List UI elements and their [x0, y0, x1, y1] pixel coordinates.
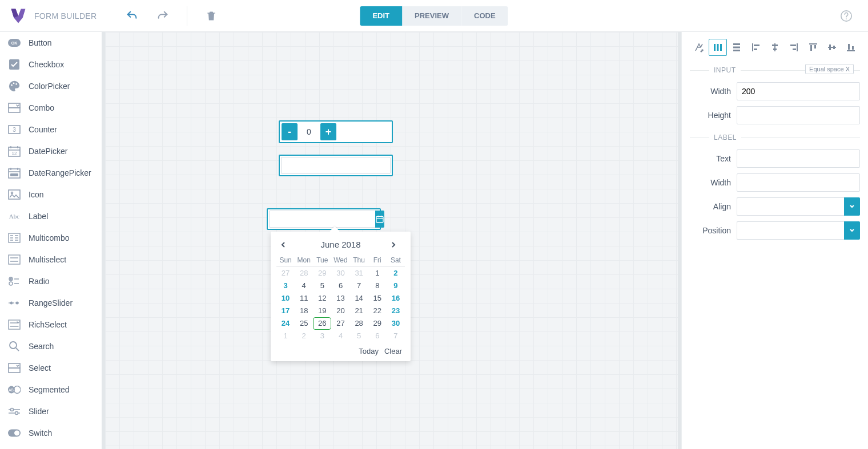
align-left-button[interactable]: [747, 39, 765, 56]
calendar-next-button[interactable]: [390, 241, 401, 248]
position-select[interactable]: [737, 221, 844, 240]
calendar-day[interactable]: 31: [350, 267, 368, 280]
align-dropdown-button[interactable]: [844, 197, 860, 216]
sidebar-item-label[interactable]: AbcLabel: [0, 205, 102, 227]
calendar-day[interactable]: 29: [368, 317, 387, 330]
calendar-day[interactable]: 13: [331, 292, 349, 305]
tab-code[interactable]: CODE: [461, 6, 508, 26]
calendar-day[interactable]: 29: [313, 267, 331, 280]
sidebar-item-rangeslider[interactable]: RangeSlider: [0, 292, 102, 314]
calendar-day[interactable]: 5: [350, 330, 368, 342]
calendar-day[interactable]: 17: [276, 305, 295, 317]
calendar-day[interactable]: 8: [368, 280, 387, 292]
undo-button[interactable]: [122, 6, 142, 26]
widget-datepicker[interactable]: [267, 208, 381, 230]
align-top-button[interactable]: [804, 39, 822, 56]
calendar-day[interactable]: 7: [350, 280, 368, 292]
align-center-h-button[interactable]: [766, 39, 783, 56]
date-input[interactable]: [269, 211, 375, 228]
calendar-clear-button[interactable]: Clear: [384, 347, 402, 355]
calendar-day[interactable]: 6: [368, 330, 387, 342]
calendar-day[interactable]: 10: [276, 292, 295, 305]
calendar-day[interactable]: 3: [276, 280, 295, 292]
calendar-day[interactable]: 15: [368, 292, 387, 305]
align-select[interactable]: [737, 197, 844, 216]
sidebar-item-multiselect[interactable]: Multiselect: [0, 249, 102, 270]
sidebar-item-colorpicker[interactable]: ColorPicker: [0, 75, 102, 97]
equal-space-y-button[interactable]: [728, 39, 746, 56]
calendar-day[interactable]: 2: [387, 267, 405, 280]
calendar-day[interactable]: 3: [313, 330, 331, 342]
height-input[interactable]: [737, 106, 860, 124]
align-bottom-button[interactable]: [842, 39, 860, 56]
text-input[interactable]: [281, 157, 391, 174]
sidebar-item-richselect[interactable]: RichSelect: [0, 314, 102, 335]
sidebar-item-label: RichSelect: [29, 320, 67, 329]
calendar-day[interactable]: 14: [350, 292, 368, 305]
calendar-today-button[interactable]: Today: [359, 347, 379, 355]
equal-space-x-button[interactable]: [709, 39, 726, 56]
calendar-day[interactable]: 2: [295, 330, 313, 342]
sidebar-item-tabbar[interactable]: 123Tabbar: [0, 444, 102, 449]
calendar-day[interactable]: 18: [295, 305, 313, 317]
widget-text[interactable]: [279, 155, 393, 176]
widget-counter[interactable]: - 0 +: [279, 120, 393, 143]
calendar-day[interactable]: 6: [331, 280, 349, 292]
sidebar-item-select[interactable]: Select: [0, 357, 102, 379]
calendar-day[interactable]: 30: [387, 317, 405, 330]
sidebar-item-slider[interactable]: Slider: [0, 401, 102, 422]
calendar-day[interactable]: 28: [350, 317, 368, 330]
position-dropdown-button[interactable]: [844, 221, 860, 240]
counter-minus-button[interactable]: -: [282, 123, 298, 140]
calendar-day[interactable]: 27: [331, 317, 349, 330]
calendar-prev-button[interactable]: [280, 241, 291, 248]
calendar-day[interactable]: 4: [331, 330, 349, 342]
calendar-day[interactable]: 1: [276, 330, 295, 342]
calendar-day[interactable]: 11: [295, 292, 313, 305]
calendar-day[interactable]: 23: [387, 305, 405, 317]
calendar-day[interactable]: 30: [331, 267, 349, 280]
sidebar-item-button[interactable]: OKButton: [0, 32, 102, 54]
calendar-day[interactable]: 7: [387, 330, 405, 342]
date-open-button[interactable]: [375, 211, 384, 228]
label-width-input[interactable]: [737, 173, 860, 192]
align-right-button[interactable]: [785, 39, 803, 56]
calendar-day[interactable]: 4: [295, 280, 313, 292]
calendar-day[interactable]: 26: [313, 317, 331, 330]
sidebar-item-icon[interactable]: Icon: [0, 184, 102, 205]
help-button[interactable]: [836, 6, 857, 26]
sidebar-item-daterangepicker[interactable]: DateRangePicker: [0, 162, 102, 184]
auto-align-button[interactable]: [690, 39, 708, 56]
sidebar-item-multicombo[interactable]: Multicombo: [0, 227, 102, 249]
sidebar-item-checkbox[interactable]: Checkbox: [0, 54, 102, 75]
sidebar-item-counter[interactable]: 3Counter: [0, 119, 102, 140]
delete-button[interactable]: [201, 6, 222, 26]
calendar-day[interactable]: 22: [368, 305, 387, 317]
sidebar-item-switch[interactable]: Switch: [0, 422, 102, 444]
sidebar-item-datepicker[interactable]: 12DatePicker: [0, 140, 102, 162]
calendar-day[interactable]: 12: [313, 292, 331, 305]
calendar-day[interactable]: 16: [387, 292, 405, 305]
counter-plus-button[interactable]: +: [320, 123, 336, 140]
align-center-v-button[interactable]: [823, 39, 841, 56]
tab-edit[interactable]: EDIT: [360, 6, 402, 26]
calendar-day[interactable]: 5: [313, 280, 331, 292]
calendar-day[interactable]: 27: [276, 267, 295, 280]
width-input[interactable]: [737, 82, 860, 100]
tab-preview[interactable]: PREVIEW: [402, 6, 461, 26]
calendar-day[interactable]: 25: [295, 317, 313, 330]
calendar-day[interactable]: 24: [276, 317, 295, 330]
calendar-day[interactable]: 21: [350, 305, 368, 317]
sidebar-item-segmented[interactable]: ABSegmented: [0, 379, 102, 401]
calendar-day[interactable]: 1: [368, 267, 387, 280]
redo-button[interactable]: [152, 6, 173, 26]
calendar-day[interactable]: 20: [331, 305, 349, 317]
label-text-input[interactable]: [737, 149, 860, 168]
calendar-day[interactable]: 28: [295, 267, 313, 280]
calendar-title[interactable]: June 2018: [320, 240, 360, 249]
sidebar-item-radio[interactable]: Radio: [0, 270, 102, 292]
sidebar-item-combo[interactable]: Combo: [0, 97, 102, 119]
calendar-day[interactable]: 9: [387, 280, 405, 292]
calendar-day[interactable]: 19: [313, 305, 331, 317]
sidebar-item-search[interactable]: Search: [0, 335, 102, 357]
